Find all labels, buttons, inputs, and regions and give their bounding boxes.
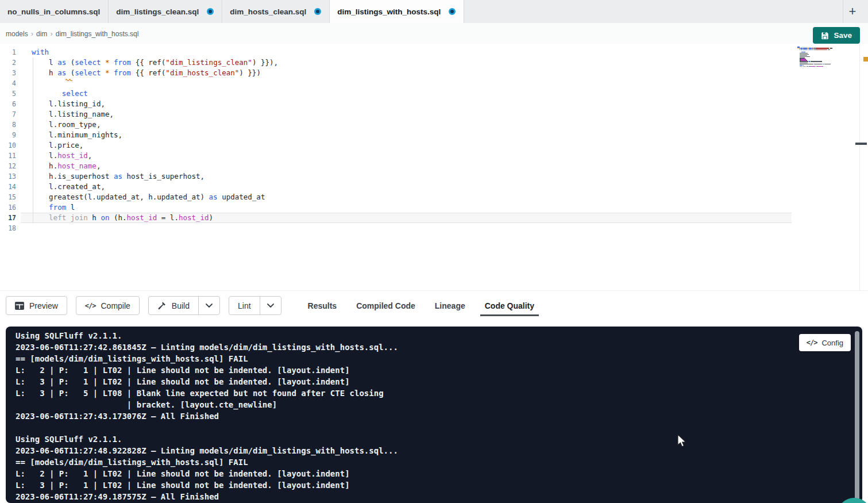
overview-warning-marker [863, 57, 868, 62]
line-number: 2 [0, 57, 21, 68]
minimap[interactable] [797, 47, 831, 68]
floppy-disk-icon [821, 32, 829, 40]
panel-tab-code-quality[interactable]: Code Quality [485, 291, 534, 321]
code-line-5[interactable]: 5 select [0, 89, 868, 99]
chevron-down-icon [206, 304, 213, 308]
code-text: h.host_name, [21, 161, 868, 171]
line-number: 17 [0, 213, 21, 223]
code-line-3[interactable]: 3 h as (select * from {{ ref("dim_hosts_… [0, 68, 868, 78]
terminal-line: == [models/dim/dim_listings_with_hosts.s… [16, 353, 862, 364]
table-icon [15, 302, 24, 310]
panel-tab-compiled-code[interactable]: Compiled Code [356, 291, 415, 321]
terminal-line [16, 422, 862, 433]
code-text: l.price, [21, 140, 868, 151]
panel-tab-results[interactable]: Results [308, 291, 337, 321]
code-text: l.minimum_nights, [21, 130, 868, 140]
file-tab-label: no_nulls_in_columns.sql [7, 7, 100, 16]
unsaved-changes-icon [314, 8, 321, 15]
code-line-7[interactable]: 7 l.listing_name, [0, 109, 868, 120]
config-button-label: Config [821, 339, 843, 347]
code-line-9[interactable]: 9 l.minimum_nights, [0, 130, 868, 140]
code-icon: </> [85, 302, 96, 310]
code-line-6[interactable]: 6 l.listing_id, [0, 99, 868, 109]
file-tab-dim_hosts_clean.sql[interactable]: dim_hosts_clean.sql [222, 0, 330, 23]
terminal-line: L: 2 | P: 1 | LT02 | Line should not be … [16, 364, 862, 376]
line-number: 10 [0, 140, 21, 151]
code-line-1[interactable]: 1with [0, 47, 868, 57]
config-button[interactable]: </> Config [799, 334, 851, 351]
code-text: greatest(l.updated_at, h.updated_at) as … [21, 192, 868, 202]
save-button[interactable]: Save [813, 27, 860, 44]
code-line-11[interactable]: 11 l.host_id, [0, 151, 868, 161]
code-text [21, 223, 868, 233]
lint-options-button[interactable] [260, 297, 281, 314]
line-number: 8 [0, 120, 21, 130]
code-text: select [21, 89, 868, 99]
overview-cursor-marker [855, 143, 867, 145]
line-number: 3 [0, 68, 21, 78]
breadcrumb-item[interactable]: dim [36, 30, 47, 38]
code-line-13[interactable]: 13 h.is_superhost as host_is_superhost, [0, 171, 868, 182]
breadcrumb-item[interactable]: models [6, 30, 28, 38]
code-line-15[interactable]: 15 greatest(l.updated_at, h.updated_at) … [0, 192, 868, 202]
code-line-16[interactable]: 16 from l [0, 202, 868, 213]
file-tab-label: dim_listings_with_hosts.sql [337, 7, 441, 16]
line-number: 13 [0, 171, 21, 182]
hammer-icon [157, 301, 167, 310]
new-tab-button[interactable]: + [844, 3, 861, 20]
terminal-line: == [models/dim/dim_listings_with_hosts.s… [16, 456, 862, 468]
code-text: h.is_superhost as host_is_superhost, [21, 171, 868, 182]
code-text: l.listing_id, [21, 99, 868, 109]
file-tab-dim_listings_clean.sql[interactable]: dim_listings_clean.sql [109, 0, 222, 23]
terminal-scrollbar[interactable] [855, 331, 859, 501]
panel-tab-lineage[interactable]: Lineage [435, 291, 465, 321]
build-button-label: Build [172, 301, 190, 310]
code-editor[interactable]: 1with2 l as (select * from {{ ref("dim_l… [0, 44, 868, 290]
lint-button[interactable]: Lint [229, 297, 260, 314]
line-number: 6 [0, 99, 21, 109]
lint-split-button: Lint [229, 296, 281, 315]
code-text: l.room_type, [21, 120, 868, 130]
chevron-down-icon [267, 304, 274, 308]
code-line-12[interactable]: 12 h.host_name, [0, 161, 868, 171]
code-line-2[interactable]: 2 l as (select * from {{ ref("dim_listin… [0, 57, 868, 68]
compile-button[interactable]: </>Compile [76, 296, 140, 315]
code-text: h as (select * from {{ ref("dim_hosts_cl… [21, 68, 868, 78]
code-line-10[interactable]: 10 l.price, [0, 140, 868, 151]
file-tab-no_nulls_in_columns.sql[interactable]: no_nulls_in_columns.sql [0, 0, 109, 23]
terminal-line: 2023-06-06T11:27:49.187575Z — All Finish… [16, 491, 862, 502]
lint-button-label: Lint [238, 301, 251, 310]
code-text: with [21, 47, 868, 57]
terminal-line: | bracket. [layout.cte_newline] [16, 399, 862, 410]
build-options-button[interactable] [198, 297, 219, 314]
line-number: 15 [0, 192, 21, 202]
breadcrumb-item[interactable]: dim_listings_with_hosts.sql [56, 30, 139, 38]
code-text: l.created_at, [21, 182, 868, 192]
code-line-4[interactable]: 4 [0, 78, 868, 89]
tabbar-divider [843, 0, 843, 23]
indent-guide [33, 57, 33, 223]
breadcrumb: models›dim›dim_listings_with_hosts.sql [0, 23, 868, 44]
code-line-14[interactable]: 14 l.created_at, [0, 182, 868, 192]
line-number: 12 [0, 161, 21, 171]
line-number: 5 [0, 89, 21, 99]
terminal-line: L: 3 | P: 5 | LT08 | Blank line expected… [16, 387, 862, 399]
code-line-18[interactable]: 18 [0, 223, 868, 233]
editor-scrollbar-track[interactable] [859, 44, 860, 290]
build-button[interactable]: Build [149, 297, 198, 314]
minimap-line [797, 67, 831, 68]
file-tab-dim_listings_with_hosts.sql[interactable]: dim_listings_with_hosts.sql [330, 0, 464, 23]
unsaved-changes-icon [207, 8, 214, 15]
terminal-line: 2023-06-06T11:27:48.922828Z — Linting mo… [16, 445, 862, 456]
preview-button[interactable]: Preview [6, 296, 67, 315]
editor-tab-bar: no_nulls_in_columns.sqldim_listings_clea… [0, 0, 868, 23]
line-number: 9 [0, 130, 21, 140]
code-line-17[interactable]: 17 left join h on (h.host_id = l.host_id… [0, 213, 868, 223]
code-text: from l [21, 202, 868, 213]
line-number: 4 [0, 78, 21, 89]
code-text: l as (select * from {{ ref("dim_listings… [21, 57, 868, 68]
code-line-8[interactable]: 8 l.room_type, [0, 120, 868, 130]
unsaved-changes-icon [449, 8, 456, 15]
line-number: 18 [0, 223, 21, 233]
terminal-line: Using SQLFluff v2.1.1. [16, 433, 862, 445]
